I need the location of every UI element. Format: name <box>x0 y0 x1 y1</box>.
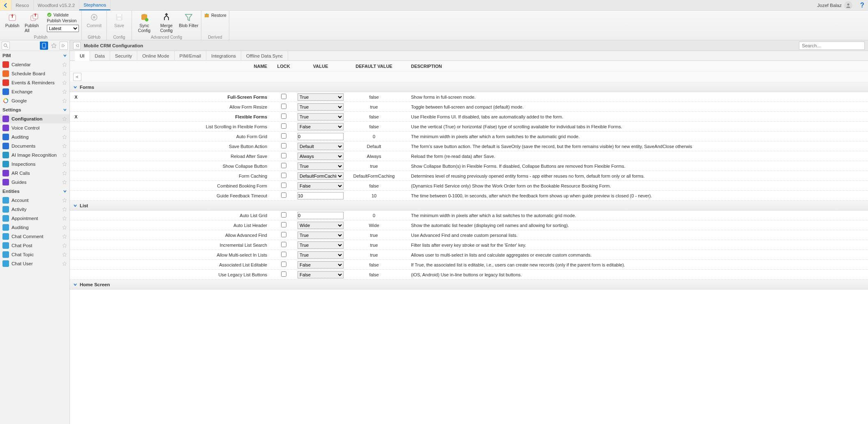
config-value-input[interactable] <box>298 192 344 199</box>
config-lock-checkbox[interactable] <box>281 183 286 188</box>
sidebar-item[interactable]: Events & Reminders <box>0 78 69 87</box>
config-value-select[interactable]: Default <box>298 143 344 150</box>
favorite-star-icon[interactable] <box>62 198 67 203</box>
config-value-select[interactable]: DefaultFormCaching <box>298 172 344 180</box>
favorite-star-icon[interactable] <box>62 162 67 167</box>
config-value-input[interactable] <box>298 212 344 219</box>
sidebar-item[interactable]: AI Image Recognition <box>0 151 69 160</box>
breadcrumb-item[interactable]: Stephanos <box>79 0 111 10</box>
config-value-select[interactable]: True <box>298 93 344 101</box>
config-value-select[interactable]: True <box>298 113 344 120</box>
config-lock-checkbox[interactable] <box>281 192 286 198</box>
config-lock-checkbox[interactable] <box>281 114 286 119</box>
favorite-star-icon[interactable] <box>62 153 67 158</box>
sidebar-item[interactable]: Configuration <box>0 114 69 123</box>
sidebar-item[interactable]: Chat Post <box>0 241 69 250</box>
sidebar-item[interactable]: Auditing <box>0 132 69 141</box>
config-value-select[interactable]: True <box>298 232 344 239</box>
favorite-star-icon[interactable] <box>62 243 67 248</box>
config-lock-checkbox[interactable] <box>281 271 286 277</box>
sidebar-item[interactable]: Calendar <box>0 60 69 69</box>
tab[interactable]: Online Mode <box>137 51 174 60</box>
config-lock-checkbox[interactable] <box>281 123 286 129</box>
favorite-star-icon[interactable] <box>62 207 67 212</box>
sidebar-item[interactable]: Appointment <box>0 214 69 223</box>
sidebar-expand-button[interactable] <box>60 42 68 50</box>
config-lock-checkbox[interactable] <box>281 252 286 257</box>
config-group-header[interactable]: Forms <box>70 82 868 92</box>
tab[interactable]: Security <box>110 51 138 60</box>
config-lock-checkbox[interactable] <box>281 94 286 99</box>
tab[interactable]: Offline Data Sync <box>241 51 288 60</box>
favorite-star-icon[interactable] <box>62 98 67 103</box>
favorite-star-icon[interactable] <box>62 171 67 176</box>
config-value-input[interactable] <box>298 133 344 140</box>
config-group-header[interactable]: List <box>70 201 868 211</box>
config-lock-checkbox[interactable] <box>281 104 286 109</box>
sidebar-item[interactable]: Auditing <box>0 223 69 232</box>
sidebar-item[interactable]: Documents <box>0 141 69 151</box>
search-input[interactable] <box>799 42 865 50</box>
config-value-select[interactable]: Always <box>298 153 344 160</box>
config-lock-checkbox[interactable] <box>281 143 286 148</box>
config-lock-checkbox[interactable] <box>281 153 286 158</box>
sidebar-view-favorites[interactable] <box>50 42 58 50</box>
sidebar-item[interactable]: Guides <box>0 178 69 187</box>
help-button[interactable]: ? <box>856 0 868 10</box>
sidebar-item[interactable]: Chat Comment <box>0 232 69 241</box>
sidebar-view-mobile[interactable] <box>40 42 48 50</box>
config-lock-checkbox[interactable] <box>281 212 286 218</box>
favorite-star-icon[interactable] <box>62 234 67 239</box>
config-value-select[interactable]: False <box>298 182 344 190</box>
back-button[interactable] <box>0 0 12 10</box>
config-lock-checkbox[interactable] <box>281 232 286 237</box>
user-menu[interactable]: Jozef Balaz <box>813 0 856 10</box>
config-value-select[interactable]: Wide <box>298 222 344 229</box>
favorite-star-icon[interactable] <box>62 80 67 85</box>
sidebar-item[interactable]: AR Calls <box>0 169 69 178</box>
config-value-select[interactable]: True <box>298 162 344 170</box>
config-value-select[interactable]: True <box>298 241 344 249</box>
config-lock-checkbox[interactable] <box>281 262 286 267</box>
sidebar-search-button[interactable] <box>2 42 10 50</box>
tab[interactable]: Data <box>90 51 110 60</box>
publish-version-select[interactable]: Latest <box>47 25 79 32</box>
sidebar-item[interactable]: Chat Topic <box>0 250 69 259</box>
sidebar-item[interactable]: Inspections <box>0 160 69 169</box>
breadcrumb-item[interactable]: Woodford v15.2.2 <box>34 0 80 10</box>
config-value-select[interactable]: False <box>298 271 344 278</box>
config-value-select[interactable]: True <box>298 103 344 111</box>
breadcrumb-item[interactable]: Resco <box>12 0 34 10</box>
validate-button[interactable]: Validate <box>47 12 79 17</box>
config-value-select[interactable]: True <box>298 251 344 259</box>
favorite-star-icon[interactable] <box>62 62 67 67</box>
config-lock-checkbox[interactable] <box>281 242 286 247</box>
tab[interactable]: Integrations <box>206 51 241 60</box>
sidebar-item[interactable]: Activity <box>0 205 69 214</box>
favorite-star-icon[interactable] <box>62 89 67 94</box>
favorite-star-icon[interactable] <box>62 116 67 121</box>
blob-filter-button[interactable]: Blob Filter <box>179 12 199 28</box>
sidebar-item[interactable]: Chat User <box>0 259 69 268</box>
tab[interactable]: PIM/Email <box>175 51 206 60</box>
sidebar-item[interactable]: Account <box>0 196 69 205</box>
favorite-star-icon[interactable] <box>62 144 67 148</box>
merge-config-button[interactable]: Merge Config <box>157 12 176 33</box>
sync-config-button[interactable]: Sync Config <box>134 12 154 33</box>
favorite-star-icon[interactable] <box>62 134 67 139</box>
sidebar-section-header[interactable]: Settings <box>0 105 69 114</box>
config-value-select[interactable]: False <box>298 261 344 269</box>
config-lock-checkbox[interactable] <box>281 133 286 139</box>
favorite-star-icon[interactable] <box>62 261 67 266</box>
config-group-header[interactable]: Home Screen <box>70 280 868 290</box>
sidebar-item[interactable]: Schedule Board <box>0 69 69 78</box>
config-lock-checkbox[interactable] <box>281 222 286 227</box>
tab[interactable]: UI <box>75 51 90 61</box>
content-collapse-button[interactable] <box>73 42 81 49</box>
publish-all-button[interactable]: Publish All <box>25 12 44 33</box>
collapse-all-button[interactable] <box>73 73 81 81</box>
favorite-star-icon[interactable] <box>62 225 67 230</box>
publish-button[interactable]: Publish <box>2 12 22 28</box>
sidebar-item[interactable]: Exchange <box>0 87 69 96</box>
config-value-select[interactable]: False <box>298 123 344 130</box>
